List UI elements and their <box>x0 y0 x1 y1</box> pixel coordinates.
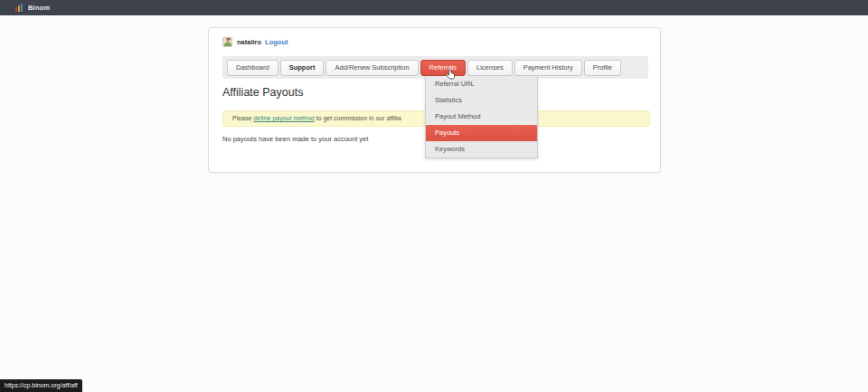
nav-support-button[interactable]: Support <box>280 60 325 76</box>
nav-dashboard-button[interactable]: Dashboard <box>227 60 278 76</box>
nav-profile-button[interactable]: Profile <box>584 60 621 76</box>
dropdown-item-referral-url[interactable]: Referral URL <box>426 76 537 92</box>
empty-payouts-message: No payouts have been made to your accoun… <box>222 135 368 143</box>
dropdown-item-payout-method[interactable]: Payout Method <box>426 109 537 125</box>
user-avatar-icon <box>222 37 232 47</box>
user-name: nataliro <box>237 38 261 46</box>
user-row: nataliro Logout <box>222 36 288 47</box>
topbar: Binom <box>0 0 868 15</box>
nav-add-renew-subscription-button[interactable]: Add/Renew Subscription <box>326 60 418 76</box>
dropdown-item-payouts[interactable]: Payouts <box>426 125 537 141</box>
status-url: https://cp.binom.org/aff/aff <box>5 382 78 388</box>
alert-text-before: Please <box>232 115 253 121</box>
page-title: Affiliate Payouts <box>222 86 303 99</box>
define-payout-method-link[interactable]: define payout method <box>253 115 314 121</box>
referrals-dropdown-menu: Referral URL Statistics Payout Method Pa… <box>425 76 538 158</box>
nav-payment-history-button[interactable]: Payment History <box>514 60 582 76</box>
brand-logo[interactable]: Binom <box>15 4 50 12</box>
browser-status-bar: https://cp.binom.org/aff/aff <box>0 379 82 392</box>
nav-referrals-button[interactable]: Referrals <box>420 60 466 76</box>
bar-chart-icon <box>15 4 24 12</box>
nav-licenses-button[interactable]: Licenses <box>467 60 513 76</box>
dropdown-item-keywords[interactable]: Keywords <box>426 141 537 158</box>
alert-text-after: to get commission in our affilia <box>315 115 401 121</box>
brand-name: Binom <box>28 4 50 12</box>
dropdown-item-statistics[interactable]: Statistics <box>426 92 537 109</box>
logout-link[interactable]: Logout <box>265 38 288 46</box>
